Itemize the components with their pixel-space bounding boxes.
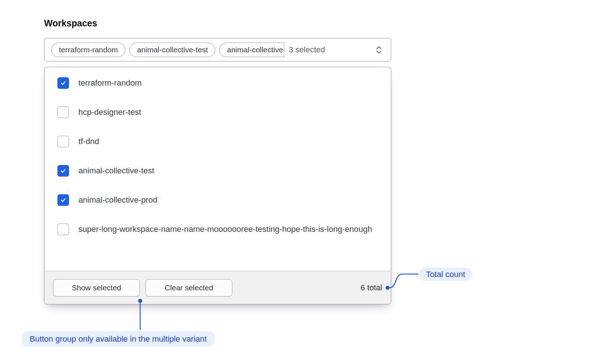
check-icon: [60, 80, 66, 86]
option-label: super-long-workspace-name-name-moooooore…: [78, 223, 372, 235]
total-count-text: 6 total: [361, 283, 382, 292]
option-label: animal-collective-prod: [78, 194, 158, 206]
chevrons-up-down-icon: [375, 45, 383, 55]
option-label: terraform-random: [78, 77, 142, 89]
option-row[interactable]: tf-dnd: [57, 136, 378, 148]
show-selected-button[interactable]: Show selected: [53, 279, 140, 296]
selected-pill: animal-collective-prod: [219, 43, 284, 57]
annotation-button-group: Button group only available in the multi…: [22, 331, 215, 347]
option-checkbox[interactable]: [57, 224, 69, 235]
dropdown-panel: terraform-random hcp-designer-test tf-dn…: [44, 67, 391, 304]
option-row[interactable]: terraform-random: [57, 77, 378, 89]
component-demo-stage: Workspaces terraform-randomanimal-collec…: [0, 0, 604, 364]
option-row[interactable]: super-long-workspace-name-name-moooooore…: [57, 224, 378, 235]
option-list: terraform-random hcp-designer-test tf-dn…: [44, 67, 391, 271]
option-checkbox[interactable]: [57, 194, 69, 206]
check-icon: [60, 168, 66, 174]
field-label: Workspaces: [44, 18, 97, 29]
option-row[interactable]: animal-collective-test: [57, 165, 378, 177]
option-label: tf-dnd: [78, 135, 99, 148]
dropdown-footer: Show selected Clear selected 6 total: [44, 271, 391, 304]
total-count-line: [389, 274, 418, 288]
selected-pills: terraform-randomanimal-collective-testan…: [51, 43, 284, 57]
selected-pill: terraform-random: [51, 43, 125, 57]
selected-pill: animal-collective-test: [129, 43, 215, 57]
check-icon: [60, 197, 66, 203]
option-label: hcp-designer-test: [78, 106, 141, 118]
selected-count-text: 3 selected: [289, 45, 325, 55]
option-checkbox[interactable]: [57, 107, 69, 118]
option-row[interactable]: hcp-designer-test: [57, 107, 378, 118]
clear-selected-button[interactable]: Clear selected: [146, 279, 232, 296]
option-checkbox[interactable]: [57, 165, 69, 177]
multiselect-trigger[interactable]: terraform-randomanimal-collective-testan…: [44, 38, 391, 61]
option-label: animal-collective-test: [78, 165, 154, 177]
option-checkbox[interactable]: [57, 136, 69, 147]
annotation-total-count: Total count: [419, 268, 472, 281]
option-checkbox[interactable]: [57, 77, 69, 89]
option-row[interactable]: animal-collective-prod: [57, 194, 378, 206]
